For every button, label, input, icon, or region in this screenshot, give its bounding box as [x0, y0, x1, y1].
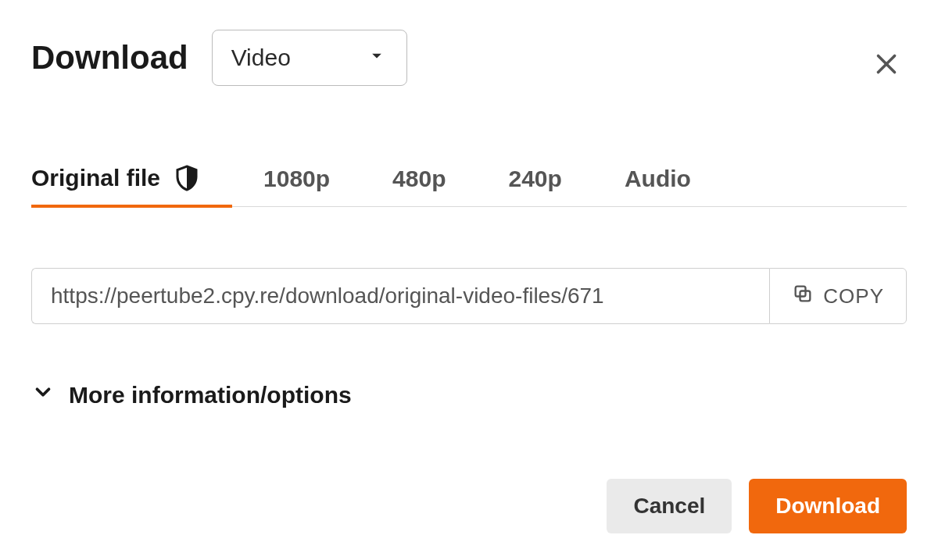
tab-240p[interactable]: 240p [478, 166, 593, 206]
copy-button[interactable]: COPY [769, 268, 907, 324]
dialog-header: Download Video [31, 30, 907, 86]
download-type-dropdown[interactable]: Video [212, 30, 407, 86]
chevron-down-icon [335, 45, 388, 72]
chevron-down-icon [31, 380, 55, 409]
close-button[interactable] [872, 50, 900, 78]
more-info-toggle[interactable]: More information/options [31, 380, 907, 409]
tab-original-file[interactable]: Original file [31, 164, 232, 206]
copy-icon [792, 283, 814, 310]
download-url-input[interactable] [31, 268, 769, 324]
close-icon [872, 50, 900, 78]
tab-label: 1080p [263, 166, 330, 192]
tab-label: 480p [392, 166, 446, 192]
more-info-label: More information/options [69, 382, 352, 408]
tab-1080p[interactable]: 1080p [232, 166, 361, 206]
copy-label: COPY [823, 284, 884, 309]
tab-label: Audio [625, 166, 691, 192]
dropdown-selected-value: Video [231, 45, 291, 71]
download-button[interactable]: Download [749, 479, 907, 533]
format-tabs: Original file 1080p 480p 240p Audio [31, 164, 907, 207]
tab-480p[interactable]: 480p [361, 166, 477, 206]
url-row: COPY [31, 268, 907, 324]
tab-label: Original file [31, 165, 160, 191]
dialog-title: Download [31, 39, 188, 77]
tab-label: 240p [509, 166, 562, 192]
shield-icon [173, 164, 201, 192]
tab-audio[interactable]: Audio [593, 166, 722, 206]
cancel-button[interactable]: Cancel [607, 479, 732, 533]
dialog-footer: Cancel Download [607, 479, 907, 533]
